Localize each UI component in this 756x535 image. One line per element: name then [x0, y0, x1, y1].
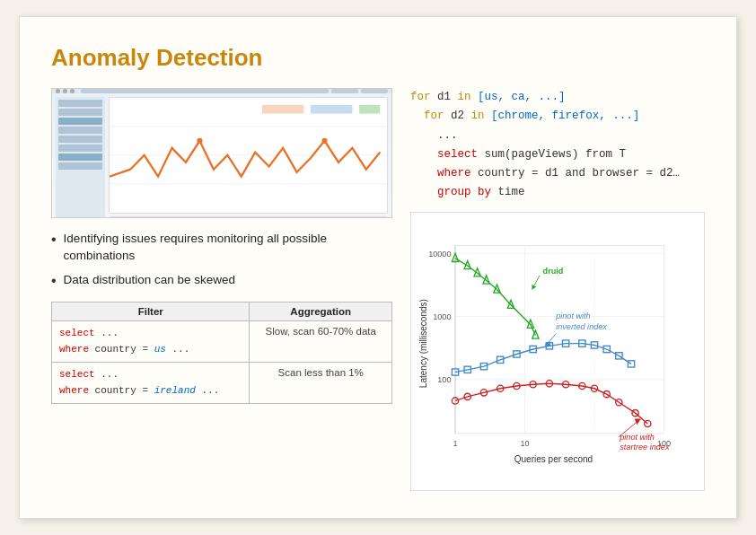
- bullet-2: • Data distribution can be skewed: [51, 272, 392, 289]
- content-area: • Identifying issues requires monitoring…: [51, 88, 705, 491]
- table-row-1: select ... where country = us ... Slow, …: [52, 320, 392, 362]
- bullet-text-1: Identifying issues requires monitoring a…: [64, 231, 392, 265]
- pinot-inverted-label: pinot with: [555, 311, 590, 320]
- svg-text:Latency (milliseconds): Latency (milliseconds): [418, 299, 428, 388]
- table-cell-filter-2: select ... where country = ireland ...: [52, 363, 250, 404]
- dashboard-mockup: [51, 88, 392, 218]
- svg-rect-7: [311, 105, 352, 114]
- table-header-aggregation: Aggregation: [250, 302, 392, 320]
- pinot-startree-label: pinot with: [619, 433, 654, 442]
- svg-text:1: 1: [453, 438, 457, 447]
- bullet-1: • Identifying issues requires monitoring…: [51, 231, 392, 265]
- code-line-4: select sum(pageViews) from T: [410, 145, 705, 164]
- svg-point-4: [197, 138, 202, 144]
- code-line-2: for d2 in [chrome, firefox, ...]: [410, 107, 705, 126]
- svg-rect-6: [262, 105, 303, 114]
- code-block: for d1 in [us, ca, ...] for d2 in [chrom…: [410, 88, 705, 203]
- table-cell-aggregation-1: Slow, scan 60-70% data: [250, 320, 392, 362]
- table-row-2: select ... where country = ireland ... S…: [52, 363, 392, 404]
- pinot-startree-label2: startree index: [620, 443, 670, 452]
- bullet-dot-2: •: [51, 272, 57, 289]
- bullet-text-2: Data distribution can be skewed: [64, 272, 235, 289]
- right-panel: for d1 in [us, ca, ...] for d2 in [chrom…: [410, 88, 705, 491]
- druid-label: druid: [543, 267, 564, 276]
- svg-text:10: 10: [520, 438, 529, 447]
- slide-title: Anomaly Detection: [51, 44, 705, 72]
- svg-point-5: [321, 138, 327, 144]
- perf-chart-svg: Latency (milliseconds) Queries per secon…: [418, 220, 697, 484]
- code-line-6: group by time: [410, 183, 705, 202]
- code-line-3: ...: [410, 127, 705, 145]
- x-axis-label: Queries per second: [514, 453, 593, 463]
- table-header-filter: Filter: [52, 302, 250, 320]
- filter-table: Filter Aggregation select ... where coun…: [51, 302, 392, 404]
- code-line-5: where country = d1 and browser = d2…: [410, 164, 705, 183]
- svg-text:10000: 10000: [428, 249, 451, 258]
- slide: Anomaly Detection: [19, 16, 737, 519]
- svg-text:1000: 1000: [433, 312, 451, 321]
- bullet-points: • Identifying issues requires monitoring…: [51, 231, 392, 289]
- code-line-1: for d1 in [us, ca, ...]: [410, 88, 705, 107]
- left-panel: • Identifying issues requires monitoring…: [51, 88, 392, 491]
- svg-text:100: 100: [437, 375, 451, 384]
- bullet-dot-1: •: [51, 231, 57, 248]
- perf-chart: Latency (milliseconds) Queries per secon…: [410, 212, 705, 492]
- table-cell-aggregation-2: Scan less than 1%: [250, 363, 392, 404]
- pinot-inverted-label2: inverted index: [556, 322, 607, 331]
- svg-rect-8: [359, 105, 380, 114]
- table-cell-filter-1: select ... where country = us ...: [52, 320, 250, 362]
- svg-rect-9: [163, 217, 334, 218]
